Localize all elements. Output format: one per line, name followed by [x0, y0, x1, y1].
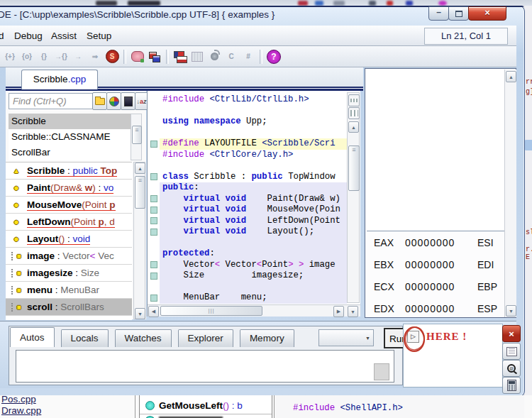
examine-search-icon[interactable]: @ [502, 360, 521, 377]
scroll-down-icon[interactable] [135, 308, 145, 319]
skip-instruction-icon[interactable]: → [70, 48, 87, 65]
code-line[interactable]: public: [148, 182, 347, 194]
tab-explorer[interactable]: Explorer [178, 329, 233, 347]
symbol-row[interactable]: menu : MenuBar [6, 282, 132, 299]
gutter [148, 150, 160, 161]
scroll-right-icon[interactable] [333, 306, 344, 317]
calendar-icon[interactable] [189, 48, 206, 65]
symbol-row[interactable]: Scribble : public Top [6, 163, 132, 180]
editor-hscrollbar-thumb[interactable] [160, 306, 262, 316]
scope-item[interactable]: Scribble::CLASSNAME [9, 129, 131, 145]
scope-scrollbar[interactable] [131, 114, 142, 160]
code-line[interactable] [148, 282, 347, 293]
file-link-pos-cpp[interactable]: Pos.cpp [1, 394, 36, 405]
code-line[interactable]: virtual void Paint(Draw& w) [148, 194, 347, 205]
member-icon [6, 269, 27, 277]
right-panel-scrollbar[interactable] [504, 70, 516, 317]
scroll-down-icon[interactable] [506, 305, 516, 317]
line-hash-icon[interactable]: # [240, 48, 257, 65]
symbol-row[interactable]: image : Vector< Vec [6, 248, 132, 265]
symbol-row[interactable]: MouseMove(Point p [6, 197, 132, 214]
code-line[interactable]: MenuBar menu; [148, 292, 347, 304]
minimize-button[interactable]: – [428, 6, 449, 21]
editor-vertical-scrollbar[interactable] [347, 92, 360, 303]
clipped-text-fragment: r. [526, 246, 532, 253]
symbol-scrollbar[interactable] [133, 162, 145, 319]
tab-scribble-cpp[interactable]: Scribble.cpp [21, 70, 98, 89]
help-icon[interactable]: ? [265, 48, 282, 65]
scroll-left-icon[interactable] [148, 306, 159, 317]
packages-icon[interactable] [146, 48, 163, 65]
debug-toolbar: {+}{o}{}→{}→⇒SC#? [0, 46, 516, 67]
assist-item[interactable]: GetMouseLeft() : b [140, 397, 272, 414]
symbol-row[interactable]: imagesize : Size [6, 265, 132, 282]
breakpoint-marker [148, 216, 160, 227]
menu-item-debug[interactable]: Debug [10, 29, 47, 43]
scroll-down-icon[interactable] [348, 306, 358, 317]
tab-watches[interactable]: Watches [115, 329, 172, 347]
code-line[interactable] [148, 160, 347, 172]
code-line[interactable]: protected: [148, 248, 347, 260]
tab-autos[interactable]: Autos [10, 327, 55, 347]
code-line[interactable]: using namespace Upp; [148, 116, 347, 128]
refresh-icon[interactable]: C [223, 48, 240, 65]
code-line[interactable] [148, 128, 347, 139]
menu-item-cut[interactable]: d [0, 29, 9, 43]
editor-scrollbar-thumb[interactable] [348, 145, 360, 191]
language-flags-icon[interactable] [172, 48, 189, 65]
step-out-icon[interactable]: {} [35, 48, 52, 65]
file-link-draw-cpp[interactable]: Draw.cpp [1, 405, 41, 416]
colors-icon[interactable] [106, 92, 121, 110]
close-pane-icon[interactable]: × [502, 325, 521, 342]
tab-memory[interactable]: Memory [240, 329, 294, 347]
symbol-row[interactable]: scroll : ScrollBars [6, 299, 132, 316]
code-line[interactable] [148, 238, 347, 249]
step-over-icon[interactable]: {o} [18, 48, 35, 65]
maximize-button[interactable] [448, 6, 469, 21]
symbol-row[interactable]: Layout() : void [6, 231, 132, 248]
bookmark-bar-icon[interactable] [348, 94, 360, 106]
code-line[interactable] [148, 106, 347, 117]
crash-bomb-icon[interactable] [206, 48, 223, 65]
scroll-up-icon[interactable] [506, 71, 516, 82]
scope-item[interactable]: ScrollBar [9, 145, 131, 160]
code-line[interactable]: virtual void MouseMove(Poin [148, 204, 347, 216]
menu-item-setup[interactable]: Setup [82, 29, 116, 43]
scope-scrollbar-thumb[interactable] [132, 126, 142, 144]
report-list-icon[interactable] [502, 343, 521, 360]
scroll-up-icon[interactable] [135, 163, 145, 174]
symbol-row[interactable]: LeftDown(Point p, d [6, 214, 132, 231]
quick-run-icon[interactable]: ⇒ [87, 48, 104, 65]
column-mode-icon[interactable] [348, 107, 360, 119]
code-line[interactable]: #define LAYOUTFILE <Scribble/Scri [148, 138, 347, 150]
symbol-text: image : Vector< Vec [27, 251, 114, 261]
assist-item-partial[interactable] [140, 414, 272, 418]
menu-item-assist[interactable]: Assist [47, 29, 81, 43]
run-to-cursor-icon[interactable]: →{} [52, 48, 70, 65]
scope-item[interactable]: Scribble [9, 114, 131, 129]
calculator-icon[interactable] [502, 377, 521, 394]
memory-profiler-icon[interactable] [129, 48, 146, 65]
autos-list[interactable] [16, 350, 394, 383]
step-into-icon[interactable]: {+} [1, 48, 18, 65]
expression-combobox[interactable] [318, 329, 374, 346]
symbol-text: LeftDown(Point p, d [27, 216, 115, 228]
tab-locals[interactable]: Locals [61, 329, 109, 347]
dark-view-icon[interactable] [121, 92, 135, 110]
code-line[interactable]: virtual void Layout(); [148, 226, 347, 238]
code-line[interactable]: #include <CtrlCore/lay.h> [148, 150, 347, 161]
close-button[interactable]: × [468, 6, 506, 21]
stop-debug-icon[interactable]: S [104, 48, 121, 65]
folder-icon[interactable] [92, 92, 107, 110]
symbol-scrollbar-thumb[interactable] [135, 176, 145, 209]
scroll-up-icon[interactable] [348, 121, 359, 133]
code-line[interactable]: Vector< Vector<Point> > image [148, 260, 347, 271]
editor-horizontal-scrollbar[interactable] [148, 304, 360, 317]
code-editor[interactable]: #include <CtrlLib/CtrlLib.h>using namesp… [147, 91, 360, 317]
code-line[interactable]: #include <CtrlLib/CtrlLib.h> [148, 94, 347, 106]
code-line[interactable]: class Scribble : public TopWindow [148, 172, 347, 183]
find-input[interactable] [9, 93, 94, 109]
code-line[interactable]: virtual void LeftDown(Point [148, 216, 347, 227]
code-line[interactable]: Size imagesize; [148, 270, 347, 282]
symbol-row[interactable]: Paint(Draw& w) : vo [6, 180, 132, 197]
